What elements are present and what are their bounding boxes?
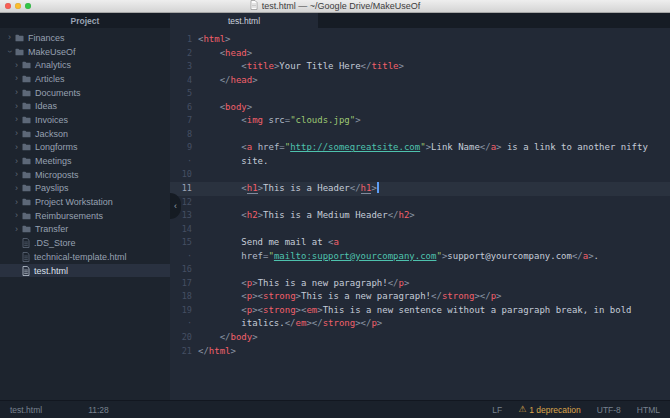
token: This is a Header bbox=[263, 183, 350, 193]
token: < bbox=[241, 183, 246, 193]
code-line[interactable]: 12 bbox=[170, 196, 670, 210]
sidebar-item-makeuseof[interactable]: ›MakeUseOf bbox=[0, 45, 170, 59]
code-text: site. bbox=[198, 155, 268, 169]
sidebar-item-ds-store[interactable]: .DS_Store bbox=[0, 236, 170, 250]
sidebar-item-documents[interactable]: ›Documents bbox=[0, 86, 170, 100]
code-line[interactable]: 10 bbox=[170, 168, 670, 182]
chevron-icon[interactable]: › bbox=[13, 129, 20, 138]
code-line[interactable]: 7 <img src="clouds.jpg"> bbox=[170, 114, 670, 128]
code-line[interactable]: 18 <p><strong>This is a new paragraph!</… bbox=[170, 290, 670, 304]
token bbox=[198, 332, 220, 342]
code-line[interactable]: 13 <h2>This is a Medium Header</h2> bbox=[170, 209, 670, 223]
status-right: LF ⚠ 1 deprecation UTF-8 HTML bbox=[492, 405, 660, 415]
chevron-icon[interactable]: › bbox=[13, 88, 20, 97]
sidebar-item-longforms[interactable]: ›Longforms bbox=[0, 141, 170, 155]
code-line[interactable]: · href="mailto:support@yourcompany.com">… bbox=[170, 250, 670, 264]
token: Your Title Here bbox=[279, 61, 360, 71]
token: html bbox=[203, 34, 225, 44]
sidebar-item-articles[interactable]: ›Articles bbox=[0, 72, 170, 86]
sidebar-item-label: Analytics bbox=[35, 60, 71, 70]
chevron-icon[interactable]: › bbox=[13, 102, 20, 111]
sidebar-item-ideas[interactable]: ›Ideas bbox=[0, 99, 170, 113]
sidebar-item-reimbursements[interactable]: ›Reimbursements bbox=[0, 209, 170, 223]
token: </ bbox=[480, 142, 491, 152]
code-line[interactable]: 4 </head> bbox=[170, 74, 670, 88]
chevron-icon[interactable]: › bbox=[13, 143, 20, 152]
encoding-indicator[interactable]: UTF-8 bbox=[597, 405, 621, 415]
code-line[interactable]: 2 <head> bbox=[170, 47, 670, 61]
sidebar-item-label: Reimbursements bbox=[35, 211, 103, 221]
sidebar-item-test-html[interactable]: test.html bbox=[0, 264, 170, 278]
code-text: <a href="http://somegreatsite.com">Link … bbox=[198, 141, 648, 155]
sidebar-item-finances[interactable]: ›Finances bbox=[0, 31, 170, 45]
code-line[interactable]: 19 <p><strong><em>This is a new sentence… bbox=[170, 304, 670, 318]
code-line[interactable]: 16 bbox=[170, 263, 670, 277]
sidebar-header: Project bbox=[0, 13, 170, 28]
syntax-indicator[interactable]: HTML bbox=[637, 405, 660, 415]
chevron-left-icon: ‹ bbox=[174, 201, 177, 211]
code-line[interactable]: 8 bbox=[170, 128, 670, 142]
sidebar-item-label: Microposts bbox=[35, 170, 79, 180]
sidebar-item-analytics[interactable]: ›Analytics bbox=[0, 58, 170, 72]
chevron-icon[interactable]: › bbox=[13, 198, 20, 207]
sidebar-item-technical-template-html[interactable]: technical-template.html bbox=[0, 250, 170, 264]
code-line[interactable]: 20 </body> bbox=[170, 331, 670, 345]
code-line[interactable]: 11 <h1>This is a Header</h1> bbox=[170, 182, 670, 196]
token: > bbox=[252, 332, 257, 342]
chevron-icon[interactable]: › bbox=[13, 170, 20, 179]
folder-icon bbox=[22, 75, 31, 83]
token: h2 bbox=[399, 210, 410, 220]
code-line[interactable]: 9 <a href="http://somegreatsite.com">Lin… bbox=[170, 141, 670, 155]
code-line[interactable]: · site. bbox=[170, 155, 670, 169]
deprecation-warning[interactable]: ⚠ 1 deprecation bbox=[518, 405, 581, 415]
code-line[interactable]: 14 bbox=[170, 223, 670, 237]
code-editor[interactable]: 1<html>2 <head>3 <title>Your Title Here<… bbox=[170, 28, 670, 400]
code-line[interactable]: 15 Send me mail at <a bbox=[170, 236, 670, 250]
code-line[interactable]: · italics.</em></strong></p> bbox=[170, 317, 670, 331]
line-number: 9 bbox=[170, 141, 192, 155]
sidebar-item-microposts[interactable]: ›Microposts bbox=[0, 168, 170, 182]
chevron-icon[interactable]: › bbox=[5, 48, 14, 55]
chevron-icon[interactable]: › bbox=[13, 61, 20, 70]
code-text: <title>Your Title Here</title> bbox=[198, 60, 404, 74]
sidebar-item-meetings[interactable]: ›Meetings bbox=[0, 154, 170, 168]
sidebar-item-payslips[interactable]: ›Payslips bbox=[0, 182, 170, 196]
sidebar-item-project-workstation[interactable]: ›Project Workstation bbox=[0, 195, 170, 209]
sidebar-header-label: Project bbox=[71, 16, 100, 26]
token: </ bbox=[220, 75, 231, 85]
sidebar-item-invoices[interactable]: ›Invoices bbox=[0, 113, 170, 127]
code-line[interactable]: 21</html> bbox=[170, 345, 670, 359]
token: italics. bbox=[198, 318, 285, 328]
sidebar-item-jackson[interactable]: ›Jackson bbox=[0, 127, 170, 141]
token bbox=[198, 183, 241, 193]
line-ending-indicator[interactable]: LF bbox=[492, 405, 502, 415]
code-line[interactable]: 1<html> bbox=[170, 33, 670, 47]
chevron-icon[interactable]: › bbox=[13, 115, 20, 124]
code-line[interactable]: 17 <p>This is a new paragraph!</p> bbox=[170, 277, 670, 291]
chevron-icon[interactable]: › bbox=[13, 74, 20, 83]
zoom-button[interactable] bbox=[25, 3, 31, 9]
folder-icon bbox=[22, 116, 31, 124]
line-number: 18 bbox=[170, 290, 192, 304]
sidebar-item-transfer[interactable]: ›Transfer bbox=[0, 223, 170, 237]
cursor-position[interactable]: 11:28 bbox=[88, 405, 109, 415]
code-line[interactable]: 6 <body> bbox=[170, 101, 670, 115]
token bbox=[198, 210, 241, 220]
code-line[interactable]: 5 bbox=[170, 87, 670, 101]
code-text: <head> bbox=[198, 47, 252, 61]
sidebar-file-tree: ›Finances›MakeUseOf›Analytics›Articles›D… bbox=[0, 28, 170, 400]
line-number: 8 bbox=[170, 128, 192, 142]
token: href bbox=[241, 251, 263, 261]
chevron-icon[interactable]: › bbox=[13, 211, 20, 220]
token: > bbox=[252, 75, 257, 85]
chevron-icon[interactable]: › bbox=[13, 225, 20, 234]
sidebar-item-label: .DS_Store bbox=[34, 238, 76, 248]
minimize-button[interactable] bbox=[15, 3, 21, 9]
chevron-icon[interactable]: › bbox=[13, 184, 20, 193]
code-text: <html> bbox=[198, 33, 231, 47]
close-button[interactable] bbox=[5, 3, 11, 9]
chevron-icon[interactable]: › bbox=[13, 157, 20, 166]
tab-test-html[interactable]: test.html bbox=[170, 13, 318, 28]
chevron-icon[interactable]: › bbox=[6, 33, 13, 42]
code-line[interactable]: 3 <title>Your Title Here</title> bbox=[170, 60, 670, 74]
